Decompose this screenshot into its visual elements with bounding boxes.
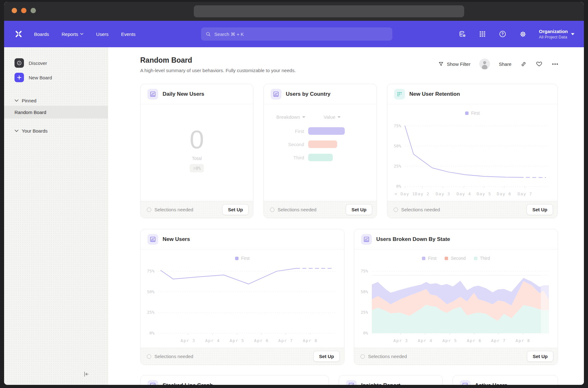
close-window-button[interactable] [12, 8, 17, 13]
svg-text:25%: 25% [147, 310, 155, 315]
breakdown-dropdown[interactable]: Breakdown [276, 114, 305, 120]
card-title: Daily New Users [163, 91, 204, 97]
search-input[interactable] [214, 31, 388, 37]
nav-item-boards[interactable]: Boards [34, 31, 49, 37]
card-title: Active Users [475, 382, 507, 385]
retention-grid-icon [394, 89, 405, 100]
value-dropdown[interactable]: Value [324, 114, 341, 120]
board-actions: Show Filter Share [438, 59, 559, 69]
copy-link-button[interactable] [520, 61, 527, 67]
org-switcher[interactable]: Organization All Project Data [539, 28, 574, 40]
address-bar[interactable] [194, 5, 464, 17]
apps-grid-icon[interactable] [478, 30, 487, 38]
svg-text:75%: 75% [147, 269, 155, 273]
favorite-button[interactable] [536, 60, 543, 67]
global-search[interactable] [201, 27, 392, 41]
card-footer: Selections needed Set Up [141, 201, 253, 218]
svg-text:Apr 3: Apr 3 [181, 338, 195, 343]
card-title: Stacked Line Graph [163, 382, 213, 385]
metric-label: Total [192, 156, 202, 161]
sidebar-section-your-boards[interactable]: Your Boards [4, 125, 108, 136]
org-labels: Organization All Project Data [539, 28, 568, 40]
nav-item-users[interactable]: Users [96, 31, 108, 37]
help-icon[interactable]: ? [499, 30, 507, 38]
set-up-button[interactable]: Set Up [346, 204, 372, 215]
svg-text:Apr 8: Apr 8 [516, 338, 530, 343]
svg-text:Apr 5: Apr 5 [230, 338, 245, 343]
legend-label: First [241, 256, 250, 261]
bar-row: Second [264, 140, 377, 148]
card-header: Users Broken Down By State [354, 229, 558, 249]
nav-menu: Boards Reports Users Events [34, 31, 135, 37]
dropdown-label: Value [324, 114, 335, 120]
state-stacked-area-chart: 75%50%25%0%Apr 3Apr 4Apr 5Apr 6Apr 7Apr … [354, 262, 558, 348]
bar [308, 154, 333, 161]
chart-legend: First [387, 109, 557, 117]
svg-text:Day 5: Day 5 [476, 191, 491, 196]
page-title: Random Board [140, 56, 296, 65]
card-header: Active Users [453, 375, 558, 385]
retention-line-chart: 75%50%25%0%< Day 1Day 2Day 3Day 4Day 5Da… [387, 117, 557, 201]
chevron-down-icon [337, 116, 341, 118]
legend-item: First [422, 256, 436, 261]
zoom-window-button[interactable] [31, 8, 36, 13]
svg-text:Apr 6: Apr 6 [467, 338, 482, 343]
card-footer: Selections needed Set Up [354, 348, 558, 365]
svg-text:25%: 25% [394, 164, 401, 168]
set-up-button[interactable]: Set Up [527, 204, 553, 215]
insights-chart-icon [147, 89, 158, 100]
share-button[interactable]: Share [499, 61, 511, 67]
bar [308, 127, 345, 135]
section-label: Your Boards [22, 128, 48, 134]
card-title: New User Retention [409, 91, 460, 97]
sidebar-item-random-board[interactable]: Random Board [4, 106, 108, 118]
svg-text:Apr 6: Apr 6 [254, 338, 269, 343]
chevron-down-icon [80, 33, 84, 35]
card-title: Insights Report [361, 382, 401, 385]
card-header: New User Retention [387, 84, 557, 104]
sidebar-item-discover[interactable]: Discover [4, 57, 108, 69]
svg-text:50%: 50% [361, 289, 368, 294]
board-description: A high-level summary of user behaviors. … [140, 68, 296, 73]
new-users-line-chart: 75%50%25%0%Apr 3Apr 4Apr 5Apr 6Apr 7Apr … [141, 262, 344, 348]
status-circle-icon [270, 208, 274, 212]
show-filter-button[interactable]: Show Filter [438, 61, 470, 67]
data-settings-icon[interactable] [458, 30, 466, 38]
bar-label: First [264, 128, 304, 134]
svg-text:Apr 8: Apr 8 [303, 338, 318, 343]
org-name: Organization [539, 28, 568, 34]
svg-text:0%: 0% [149, 331, 154, 335]
avatar[interactable] [479, 59, 490, 69]
sidebar-item-new-board[interactable]: New Board [4, 71, 108, 84]
dropdown-label: Breakdown [276, 114, 300, 120]
legend-label: First [428, 256, 436, 261]
card-users-broken-down-by-state: Users Broken Down By State FirstSecondTh… [354, 229, 558, 365]
insights-chart-icon [147, 380, 158, 385]
status-text: Selections needed [401, 207, 440, 212]
heart-icon [536, 60, 543, 67]
svg-text:0%: 0% [396, 184, 401, 189]
traffic-lights [12, 8, 36, 13]
section-label: Pinned [22, 98, 37, 103]
gear-icon[interactable] [519, 30, 527, 38]
set-up-button[interactable]: Set Up [222, 204, 249, 215]
card-title: New Users [163, 236, 190, 243]
sidebar-section-pinned[interactable]: Pinned [4, 95, 108, 106]
svg-text:Day 7: Day 7 [517, 191, 532, 196]
nav-item-reports[interactable]: Reports [62, 31, 84, 37]
share-label: Share [499, 61, 511, 67]
set-up-button[interactable]: Set Up [313, 351, 340, 362]
legend-label: Second [451, 256, 465, 261]
legend-swatch [474, 257, 477, 260]
mixpanel-logo-icon[interactable] [14, 30, 23, 38]
nav-item-events[interactable]: Events [121, 31, 135, 37]
sidebar-item-label: New Board [29, 75, 52, 80]
minimize-window-button[interactable] [21, 8, 26, 13]
status-text: Selections needed [154, 354, 193, 359]
sidebar-collapse-button[interactable] [81, 370, 90, 379]
status-text: Selections needed [154, 207, 193, 212]
more-options-button[interactable] [551, 60, 559, 68]
chevron-down-icon [14, 99, 19, 102]
card-stacked-line-graph: Stacked Line Graph [140, 375, 329, 385]
set-up-button[interactable]: Set Up [527, 351, 553, 362]
